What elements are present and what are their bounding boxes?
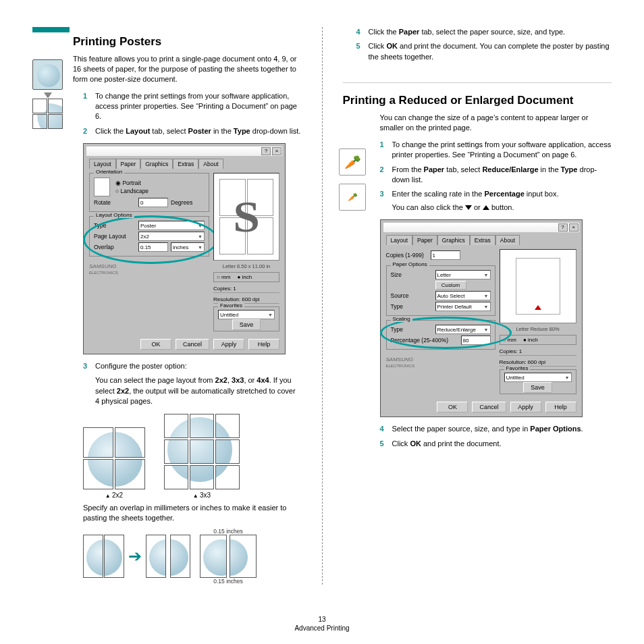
heading-reduce-enlarge: Printing a Reduced or Enlarged Document (343, 94, 612, 107)
step-body: Enter the scaling rate in the Percentage… (392, 189, 612, 213)
apple-single-icon (32, 59, 63, 90)
step-number: 2 (380, 165, 392, 186)
page-icon (94, 178, 110, 196)
help-button[interactable]: Help (545, 402, 576, 412)
size-combo[interactable]: Letter (435, 270, 491, 279)
caption-2x2: 2x2 (83, 491, 145, 499)
apply-button[interactable]: Apply (213, 339, 244, 350)
papertype-combo[interactable]: Printer Default (435, 302, 491, 311)
step-number: 1 (380, 140, 392, 161)
overlap-dimension-bottom: 0.15 inches (200, 578, 257, 585)
unit-radio[interactable]: mminch (213, 272, 279, 282)
tab-extras[interactable]: Extras (173, 159, 198, 169)
cancel-button[interactable]: Cancel (176, 339, 209, 350)
margin-illustration-posters (32, 59, 63, 129)
tab-layout[interactable]: Layout (89, 159, 116, 169)
print-preview (500, 249, 576, 323)
step-number: 2 (83, 126, 95, 136)
tab-extras[interactable]: Extras (470, 235, 495, 245)
help-button[interactable]: Help (248, 339, 279, 350)
source-combo[interactable]: Auto Select (435, 291, 491, 300)
brand-label: SAMSUNGELECTRONICS (89, 263, 209, 275)
brand-label: SAMSUNGELECTRONICS (386, 356, 495, 369)
step-body: Click OK and print the document. (392, 439, 612, 449)
custom-button[interactable]: Custom (435, 281, 466, 290)
dialog-layout-poster: ? × Layout Paper Graphics Extras About O… (83, 143, 286, 354)
arrow-down-icon (44, 92, 52, 99)
favorites-group: Favorites Untitled Save (213, 306, 279, 331)
overlap-description: Specify an overlap in millimeters or inc… (83, 503, 302, 523)
highlight-ring-icon (83, 215, 218, 264)
step-number: 5 (380, 439, 392, 449)
step-number: 3 (380, 189, 392, 213)
step-number: 5 (356, 41, 369, 62)
tab-paper[interactable]: Paper (116, 159, 141, 169)
ok-button[interactable]: OK (140, 339, 171, 350)
section-name: Advanced Printing (294, 624, 349, 632)
copies-label: Copies: 1 (500, 348, 576, 356)
help-titlebar-icon[interactable]: ? (558, 223, 568, 232)
step-body: Configure the poster option: You can sel… (95, 361, 302, 407)
step-body: To change the print settings from your s… (95, 91, 302, 122)
up-triangle-icon (483, 205, 489, 210)
scaling-group: Scaling TypeReduce/Enlarge Percentage (2… (386, 320, 495, 350)
poster-layout-examples: 2x2 3x3 (83, 414, 302, 499)
step-number: 4 (356, 27, 369, 37)
tab-layout[interactable]: Layout (386, 235, 413, 245)
tab-about[interactable]: About (198, 159, 223, 169)
left-column: Printing Posters This feature allows you… (32, 27, 302, 585)
print-preview: S (213, 173, 279, 261)
steps-posters: 1 To change the print settings from your… (83, 91, 302, 137)
tab-paper[interactable]: Paper (412, 235, 437, 245)
dialog-paper-scaling: ? × Layout Paper Graphics Extras About C… (380, 219, 583, 417)
copies-spinner[interactable]: 1 (431, 250, 460, 260)
down-triangle-icon (465, 205, 472, 210)
step-body: Select the paper source, size, and type … (392, 424, 612, 434)
step-number: 4 (380, 424, 392, 434)
page-number: 13 (0, 616, 644, 623)
ok-button[interactable]: OK (437, 402, 468, 412)
tab-about[interactable]: About (495, 235, 520, 245)
step-body: Click OK and print the document. You can… (369, 41, 612, 62)
apply-button[interactable]: Apply (510, 402, 541, 412)
favorites-combo[interactable]: Untitled (504, 373, 572, 382)
radio-landscape[interactable]: ○ Landscape (115, 188, 149, 194)
save-button[interactable]: Save (523, 382, 552, 393)
intro-posters: This feature allows you to print a singl… (73, 54, 302, 84)
favorites-combo[interactable]: Untitled (218, 310, 275, 319)
favorites-group: Favorites Untitled Save (500, 369, 576, 394)
rotate-spinner[interactable]: 0 (138, 198, 168, 207)
save-button[interactable]: Save (232, 319, 261, 330)
intro-reduce-enlarge: You can change the size of a page’s cont… (380, 113, 612, 133)
tab-graphics[interactable]: Graphics (437, 235, 470, 245)
step-number: 1 (83, 91, 95, 122)
step-body: From the Paper tab, select Reduce/Enlarg… (392, 165, 612, 186)
copies-label: Copies: 1 (213, 285, 279, 293)
right-column: 4 Click the Paper tab, select the paper … (343, 27, 612, 585)
step-body: Click the Paper tab, select the paper so… (369, 27, 612, 37)
overlap-dimension-top: 0.15 inches (200, 528, 257, 535)
arrow-right-icon: ➔ (128, 547, 142, 566)
help-titlebar-icon[interactable]: ? (261, 147, 271, 155)
step-body: To change the print settings from your s… (392, 140, 612, 161)
grid-3x3-icon (164, 414, 240, 489)
orientation-group: Orientation ◉ Portrait ○ Landscape Rotat… (89, 173, 209, 212)
carrot-large-icon: 🥕 (339, 149, 366, 176)
step-body: Click the Layout tab, select Poster in t… (95, 126, 302, 136)
overlap-illustration: ➔ 0.15 inches 0.15 inches (83, 528, 302, 585)
radio-portrait[interactable]: ◉ Portrait (115, 180, 149, 186)
cancel-button[interactable]: Cancel (472, 402, 506, 412)
close-icon[interactable]: × (569, 223, 579, 232)
carrot-small-icon: 🥕 (339, 184, 366, 211)
layout-options-group: Layout Options TypePoster Page Layout2x2… (89, 216, 209, 257)
heading-ornament (32, 27, 70, 32)
paper-options-group: Paper Options SizeLetter Custom SourceAu… (386, 265, 495, 316)
heading-posters: Printing Posters (73, 35, 302, 49)
unit-radio[interactable]: mminch (500, 335, 576, 345)
margin-illustration-scaling: 🥕 🥕 (339, 149, 366, 211)
caption-3x3: 3x3 (164, 491, 240, 499)
close-icon[interactable]: × (272, 147, 281, 155)
step-number: 3 (83, 361, 95, 407)
page-footer: 13 Advanced Printing (0, 616, 644, 632)
tab-graphics[interactable]: Graphics (140, 159, 173, 169)
